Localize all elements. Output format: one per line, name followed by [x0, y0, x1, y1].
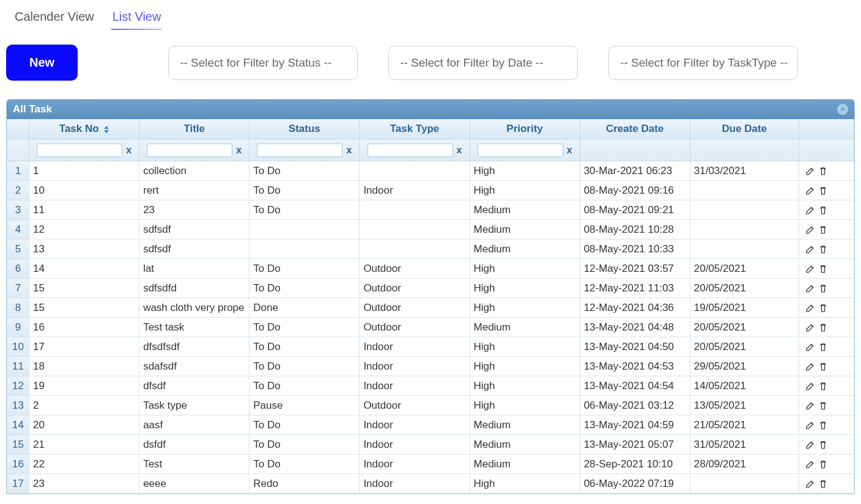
toolbar: New -- Select for Filter by Status -- --…: [6, 45, 861, 81]
filter-priority-clear[interactable]: x: [567, 145, 572, 156]
filter-status-select[interactable]: -- Select for Filter by Status --: [168, 46, 358, 80]
rownum-cell: 6: [7, 259, 29, 279]
tasktype-cell: Outdoor: [360, 259, 470, 279]
filter-taskno-clear[interactable]: x: [126, 145, 131, 156]
due-cell: 19/05/2021: [690, 298, 799, 318]
priority-cell: High: [470, 474, 580, 494]
filter-title-clear[interactable]: x: [236, 145, 242, 156]
edit-icon[interactable]: [804, 321, 816, 334]
rownum-cell: 9: [7, 318, 29, 337]
due-cell: [690, 239, 799, 259]
table-row: 132Task typePauseOutdoorHigh06-May-2021 …: [7, 396, 854, 415]
create-cell: 13-May-2021 04:53: [580, 357, 690, 376]
edit-icon[interactable]: [804, 458, 816, 470]
header-priority[interactable]: Priority: [470, 119, 580, 139]
table-header-row: Task No Title Status Task Type Priority …: [7, 119, 854, 139]
delete-icon[interactable]: [817, 341, 829, 353]
filter-status-input[interactable]: [257, 144, 342, 157]
tasktype-cell: Outdoor: [360, 396, 470, 415]
title-cell: sdafsdf: [139, 357, 249, 376]
header-status[interactable]: Status: [249, 119, 360, 139]
filter-tasktype-input[interactable]: [368, 144, 453, 157]
edit-icon[interactable]: [804, 263, 816, 275]
rownum-cell: 1: [7, 161, 29, 181]
edit-icon[interactable]: [804, 400, 816, 412]
delete-icon[interactable]: [817, 478, 829, 490]
title-cell: sdfsdfd: [139, 279, 249, 298]
delete-icon[interactable]: [817, 243, 829, 255]
edit-icon[interactable]: [804, 184, 816, 197]
delete-icon[interactable]: [817, 165, 829, 177]
delete-icon[interactable]: [817, 204, 829, 216]
sort-icon[interactable]: [104, 126, 109, 133]
edit-icon[interactable]: [804, 478, 816, 490]
filter-tasktype-clear[interactable]: x: [457, 145, 462, 156]
status-cell: Redo: [249, 474, 360, 494]
filter-date-select[interactable]: -- Select for Filter by Date --: [388, 46, 578, 80]
header-taskno[interactable]: Task No: [29, 119, 139, 139]
delete-icon[interactable]: [817, 282, 829, 294]
header-tasktype[interactable]: Task Type: [360, 119, 470, 139]
edit-icon[interactable]: [804, 302, 816, 314]
tab-list-view[interactable]: List View: [111, 6, 163, 30]
delete-icon[interactable]: [817, 263, 829, 275]
create-cell: 13-May-2021 04:59: [580, 415, 690, 435]
delete-icon[interactable]: [817, 380, 829, 392]
rownum-cell: 14: [7, 415, 29, 435]
delete-icon[interactable]: [817, 400, 829, 412]
edit-icon[interactable]: [804, 419, 816, 431]
header-title[interactable]: Title: [139, 119, 249, 139]
tasktype-cell: Outdoor: [360, 298, 470, 318]
filter-priority-input[interactable]: [478, 144, 563, 157]
rownum-cell: 8: [7, 298, 29, 318]
edit-icon[interactable]: [804, 282, 816, 294]
tasktype-cell: [360, 200, 470, 220]
status-cell: To Do: [249, 259, 360, 279]
delete-icon[interactable]: [817, 419, 829, 431]
collapse-icon[interactable]: [837, 104, 848, 115]
status-cell: To Do: [249, 279, 360, 298]
header-create-date[interactable]: Create Date: [580, 119, 690, 139]
due-cell: [690, 181, 799, 200]
filter-title-input[interactable]: [147, 144, 232, 157]
create-cell: 08-May-2021 09:16: [580, 181, 690, 200]
table-filter-row: x x x x x: [7, 139, 854, 161]
edit-icon[interactable]: [804, 341, 816, 353]
due-cell: [690, 200, 799, 220]
edit-icon[interactable]: [804, 204, 816, 216]
table-row: 1219dfsdfTo DoIndoorHigh13-May-2021 04:5…: [7, 376, 854, 396]
new-button[interactable]: New: [6, 45, 78, 81]
delete-icon[interactable]: [817, 360, 829, 373]
priority-cell: Medium: [470, 239, 580, 259]
header-due-date[interactable]: Due Date: [690, 119, 799, 139]
delete-icon[interactable]: [817, 184, 829, 197]
delete-icon[interactable]: [817, 224, 829, 236]
table-row: 513sdfsdfMedium08-May-2021 10:33: [7, 239, 854, 259]
create-cell: 12-May-2021 11:03: [580, 279, 690, 298]
taskno-cell: 12: [29, 220, 139, 239]
table-row: 916Test taskTo DoOutdoorMedium13-May-202…: [7, 318, 854, 337]
header-actions: [799, 119, 854, 139]
rownum-cell: 15: [7, 435, 29, 455]
edit-icon[interactable]: [804, 243, 816, 255]
edit-icon[interactable]: [804, 439, 816, 451]
edit-icon[interactable]: [804, 224, 816, 236]
panel-header: All Task: [7, 100, 854, 119]
delete-icon[interactable]: [817, 439, 829, 451]
filter-status-clear[interactable]: x: [346, 145, 352, 156]
delete-icon[interactable]: [817, 458, 829, 470]
create-cell: 12-May-2021 03:57: [580, 259, 690, 279]
due-cell: 20/05/2021: [690, 318, 799, 337]
tasktype-cell: Indoor: [360, 337, 470, 357]
create-cell: 30-Mar-2021 06:23: [580, 161, 690, 181]
delete-icon[interactable]: [817, 302, 829, 314]
priority-cell: High: [470, 181, 580, 200]
filter-taskno-input[interactable]: [37, 144, 122, 157]
edit-icon[interactable]: [804, 360, 816, 373]
edit-icon[interactable]: [804, 165, 816, 177]
tab-calendar-view[interactable]: Calender View: [13, 6, 95, 30]
filter-tasktype-select[interactable]: -- Select for Filter by TaskType --: [608, 46, 798, 80]
delete-icon[interactable]: [817, 321, 829, 334]
taskno-cell: 22: [29, 455, 139, 474]
edit-icon[interactable]: [804, 380, 816, 392]
